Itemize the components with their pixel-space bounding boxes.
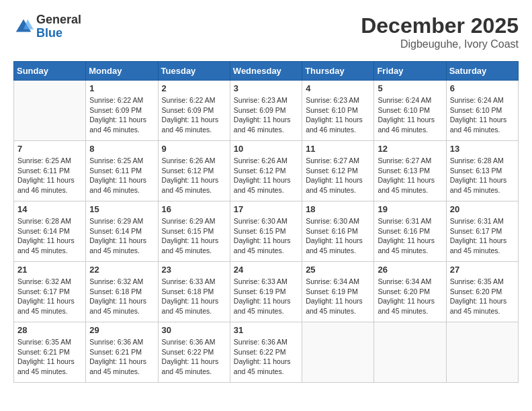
sunset-text: Sunset: 6:13 PM (378, 166, 442, 176)
calendar-table: Sunday Monday Tuesday Wednesday Thursday… (13, 61, 519, 383)
sunset-text: Sunset: 6:12 PM (162, 166, 226, 176)
page-header: General Blue December 2025 Digbeuguhe, I… (13, 13, 519, 50)
calendar-week-row: 1Sunrise: 6:22 AMSunset: 6:09 PMDaylight… (14, 81, 519, 141)
sunset-text: Sunset: 6:11 PM (17, 166, 82, 176)
table-row: 27Sunrise: 6:35 AMSunset: 6:20 PMDayligh… (446, 262, 518, 322)
table-row: 7Sunrise: 6:25 AMSunset: 6:11 PMDaylight… (14, 141, 86, 201)
day-number: 20 (450, 204, 515, 214)
day-info: Sunrise: 6:25 AMSunset: 6:11 PMDaylight:… (89, 156, 154, 195)
col-wednesday: Wednesday (230, 62, 302, 81)
day-info: Sunrise: 6:36 AMSunset: 6:22 PMDaylight:… (234, 337, 298, 377)
logo-icon (13, 17, 34, 37)
sunrise-text: Sunrise: 6:32 AM (17, 277, 82, 287)
sunrise-text: Sunrise: 6:30 AM (306, 216, 370, 226)
sunset-text: Sunset: 6:21 PM (17, 347, 82, 357)
sunset-text: Sunset: 6:20 PM (378, 287, 442, 297)
table-row: 17Sunrise: 6:30 AMSunset: 6:15 PMDayligh… (230, 201, 302, 262)
daylight-text: Daylight: 11 hours and 45 minutes. (17, 236, 82, 255)
table-row: 23Sunrise: 6:33 AMSunset: 6:18 PMDayligh… (158, 262, 230, 322)
daylight-text: Daylight: 11 hours and 45 minutes. (162, 175, 226, 195)
day-number: 12 (378, 144, 442, 154)
day-info: Sunrise: 6:26 AMSunset: 6:12 PMDaylight:… (162, 156, 226, 195)
day-number: 2 (162, 83, 226, 93)
sunset-text: Sunset: 6:10 PM (450, 105, 515, 116)
col-monday: Monday (86, 62, 158, 81)
day-number: 18 (306, 204, 370, 214)
daylight-text: Daylight: 11 hours and 46 minutes. (306, 115, 370, 134)
weekday-row: Sunday Monday Tuesday Wednesday Thursday… (14, 62, 519, 81)
day-info: Sunrise: 6:29 AMSunset: 6:15 PMDaylight:… (162, 216, 226, 256)
sunrise-text: Sunrise: 6:27 AM (378, 156, 442, 166)
day-info: Sunrise: 6:26 AMSunset: 6:12 PMDaylight:… (234, 156, 298, 195)
table-row: 22Sunrise: 6:32 AMSunset: 6:18 PMDayligh… (86, 262, 158, 322)
day-number: 26 (378, 265, 442, 275)
daylight-text: Daylight: 11 hours and 45 minutes. (234, 175, 298, 195)
day-info: Sunrise: 6:27 AMSunset: 6:12 PMDaylight:… (306, 156, 370, 195)
daylight-text: Daylight: 11 hours and 45 minutes. (162, 296, 226, 316)
sunrise-text: Sunrise: 6:28 AM (450, 156, 515, 166)
sunset-text: Sunset: 6:17 PM (450, 226, 515, 236)
sunset-text: Sunset: 6:14 PM (89, 226, 154, 236)
day-info: Sunrise: 6:35 AMSunset: 6:21 PMDaylight:… (17, 337, 82, 377)
sunset-text: Sunset: 6:10 PM (306, 105, 370, 116)
col-tuesday: Tuesday (158, 62, 230, 81)
calendar-week-row: 21Sunrise: 6:32 AMSunset: 6:17 PMDayligh… (14, 262, 519, 322)
table-row: 16Sunrise: 6:29 AMSunset: 6:15 PMDayligh… (158, 201, 230, 262)
day-number: 7 (17, 144, 82, 154)
daylight-text: Daylight: 11 hours and 45 minutes. (17, 357, 82, 376)
logo-text: General Blue (36, 13, 81, 40)
sunset-text: Sunset: 6:19 PM (234, 287, 298, 297)
sunrise-text: Sunrise: 6:25 AM (17, 156, 82, 166)
sunrise-text: Sunrise: 6:24 AM (450, 95, 515, 105)
day-info: Sunrise: 6:35 AMSunset: 6:20 PMDaylight:… (450, 277, 515, 316)
sunset-text: Sunset: 6:22 PM (162, 347, 226, 357)
daylight-text: Daylight: 11 hours and 45 minutes. (162, 357, 226, 376)
sunset-text: Sunset: 6:16 PM (378, 226, 442, 236)
sunrise-text: Sunrise: 6:36 AM (234, 337, 298, 347)
table-row (374, 322, 446, 383)
day-number: 27 (450, 265, 515, 275)
day-number: 23 (162, 265, 226, 275)
daylight-text: Daylight: 11 hours and 45 minutes. (378, 236, 442, 255)
daylight-text: Daylight: 11 hours and 45 minutes. (378, 175, 442, 195)
day-number: 5 (378, 83, 442, 93)
table-row: 28Sunrise: 6:35 AMSunset: 6:21 PMDayligh… (14, 322, 86, 383)
sunset-text: Sunset: 6:14 PM (17, 226, 82, 236)
day-number: 1 (89, 83, 154, 93)
sunset-text: Sunset: 6:18 PM (89, 287, 154, 297)
table-row: 26Sunrise: 6:34 AMSunset: 6:20 PMDayligh… (374, 262, 446, 322)
table-row: 18Sunrise: 6:30 AMSunset: 6:16 PMDayligh… (302, 201, 374, 262)
sunset-text: Sunset: 6:09 PM (89, 105, 154, 116)
day-info: Sunrise: 6:25 AMSunset: 6:11 PMDaylight:… (17, 156, 82, 195)
day-info: Sunrise: 6:23 AMSunset: 6:10 PMDaylight:… (306, 95, 370, 135)
sunrise-text: Sunrise: 6:36 AM (89, 337, 154, 347)
table-row: 1Sunrise: 6:22 AMSunset: 6:09 PMDaylight… (86, 81, 158, 141)
daylight-text: Daylight: 11 hours and 46 minutes. (162, 115, 226, 134)
sunset-text: Sunset: 6:17 PM (17, 287, 82, 297)
sunset-text: Sunset: 6:09 PM (234, 105, 298, 116)
daylight-text: Daylight: 11 hours and 46 minutes. (234, 115, 298, 134)
table-row: 24Sunrise: 6:33 AMSunset: 6:19 PMDayligh… (230, 262, 302, 322)
col-thursday: Thursday (302, 62, 374, 81)
daylight-text: Daylight: 11 hours and 45 minutes. (450, 236, 515, 255)
sunset-text: Sunset: 6:11 PM (89, 166, 154, 176)
logo-blue: Blue (36, 27, 81, 40)
table-row: 20Sunrise: 6:31 AMSunset: 6:17 PMDayligh… (446, 201, 518, 262)
day-info: Sunrise: 6:22 AMSunset: 6:09 PMDaylight:… (162, 95, 226, 135)
sunrise-text: Sunrise: 6:28 AM (17, 216, 82, 226)
sunset-text: Sunset: 6:09 PM (162, 105, 226, 116)
logo: General Blue (13, 13, 81, 40)
sunrise-text: Sunrise: 6:36 AM (162, 337, 226, 347)
daylight-text: Daylight: 11 hours and 46 minutes. (89, 115, 154, 134)
table-row: 13Sunrise: 6:28 AMSunset: 6:13 PMDayligh… (446, 141, 518, 201)
sunset-text: Sunset: 6:13 PM (450, 166, 515, 176)
day-number: 25 (306, 265, 370, 275)
day-info: Sunrise: 6:36 AMSunset: 6:21 PMDaylight:… (89, 337, 154, 377)
day-info: Sunrise: 6:24 AMSunset: 6:10 PMDaylight:… (378, 95, 442, 135)
sunset-text: Sunset: 6:21 PM (89, 347, 154, 357)
daylight-text: Daylight: 11 hours and 46 minutes. (450, 115, 515, 134)
daylight-text: Daylight: 11 hours and 45 minutes. (234, 236, 298, 255)
day-number: 22 (89, 265, 154, 275)
day-number: 4 (306, 83, 370, 93)
day-number: 19 (378, 204, 442, 214)
